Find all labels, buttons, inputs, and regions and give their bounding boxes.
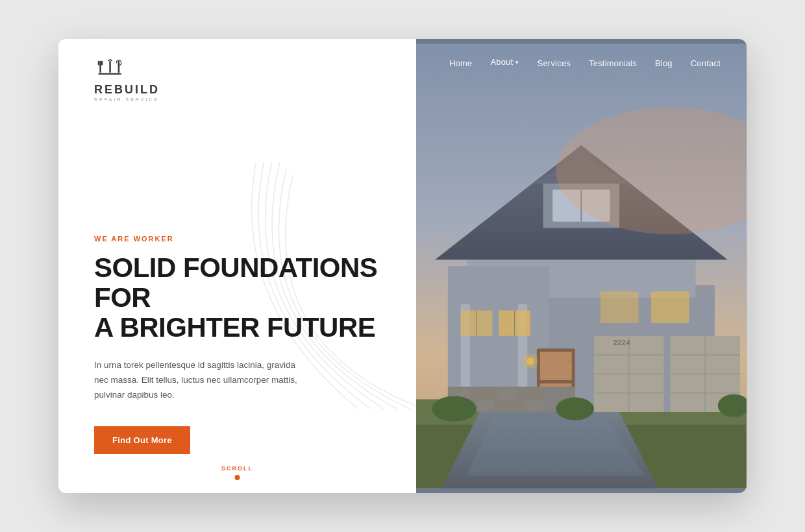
nav-item-services[interactable]: Services xyxy=(538,57,571,69)
hero-content: WE ARE WORKER SOLID FOUNDATIONS FOR A BR… xyxy=(94,235,384,467)
scroll-text: SCROLL xyxy=(221,465,253,472)
about-dropdown-arrow: ▾ xyxy=(515,59,519,66)
nav-link-services[interactable]: Services xyxy=(538,58,571,68)
svg-rect-4 xyxy=(118,61,120,73)
nav-item-contact[interactable]: Contact xyxy=(691,57,721,69)
house-image: 2224 xyxy=(416,39,747,493)
logo-area: REBUILD REPAIR SERVICE xyxy=(94,58,384,102)
nav-item-about[interactable]: About ▾ xyxy=(490,57,519,69)
hero-title: SOLID FOUNDATIONS FOR A BRIGHTER FUTURE xyxy=(94,253,384,343)
nav-link-about[interactable]: About ▾ xyxy=(490,57,519,67)
hero-description: In urna torek pellentesque id sagittis l… xyxy=(94,358,308,403)
logo-svg xyxy=(94,58,127,82)
nav-link-home[interactable]: Home xyxy=(449,58,472,68)
nav-link-blog[interactable]: Blog xyxy=(655,58,673,68)
tagline-label: WE ARE WORKER xyxy=(94,235,384,243)
scroll-dot xyxy=(235,475,240,480)
navbar: Home About ▾ Services Testimonials Blog xyxy=(416,39,747,82)
svg-rect-0 xyxy=(99,61,101,73)
nav-item-testimonials[interactable]: Testimonials xyxy=(589,57,637,69)
svg-rect-65 xyxy=(416,44,747,489)
left-panel: REBUILD REPAIR SERVICE WE ARE WORKER SOL… xyxy=(58,39,416,493)
nav-link-contact[interactable]: Contact xyxy=(691,58,721,68)
cta-button[interactable]: Find Out More xyxy=(94,426,190,454)
svg-rect-2 xyxy=(101,61,103,66)
nav-link-testimonials[interactable]: Testimonials xyxy=(589,58,637,68)
nav-item-home[interactable]: Home xyxy=(449,57,472,69)
logo-brand: REBUILD xyxy=(94,83,160,97)
nav-links: Home About ▾ Services Testimonials Blog xyxy=(449,57,721,69)
nav-item-blog[interactable]: Blog xyxy=(655,57,673,69)
scroll-indicator: SCROLL xyxy=(221,465,253,480)
logo-icon xyxy=(94,58,127,82)
logo-subtitle: REPAIR SERVICE xyxy=(94,97,159,102)
browser-window: REBUILD REPAIR SERVICE WE ARE WORKER SOL… xyxy=(58,39,747,493)
right-panel: 2224 xyxy=(416,39,747,493)
svg-rect-1 xyxy=(98,61,100,66)
svg-rect-3 xyxy=(109,61,111,73)
